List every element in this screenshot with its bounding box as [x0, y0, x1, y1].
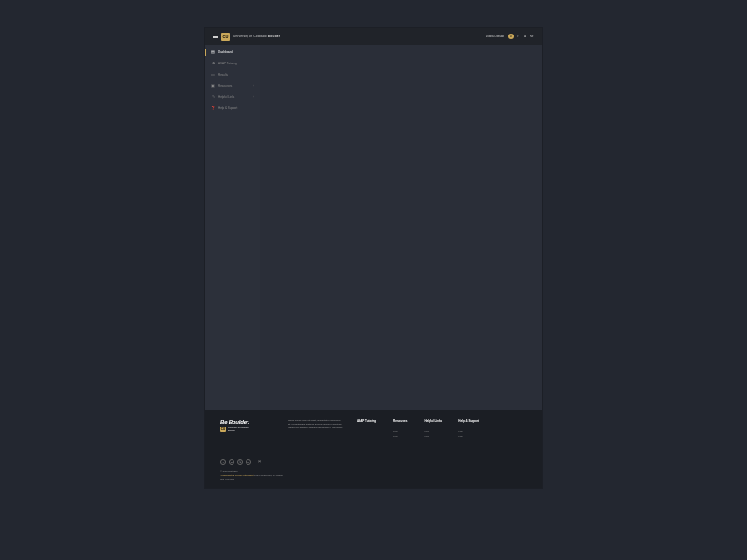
- notification-icon[interactable]: ●: [523, 35, 527, 38]
- social-facebook-icon[interactable]: f: [220, 459, 226, 465]
- app-header: CU University of Colorado Boulder Diana …: [205, 28, 542, 45]
- user-menu-caret-icon[interactable]: ▾: [517, 35, 519, 38]
- footer-logo-line2: Boulder: [228, 429, 249, 432]
- footer-cu-logo-icon: CU: [220, 427, 226, 432]
- footer-link[interactable]: Link: [458, 430, 479, 433]
- sidebar-item-icon: ▣: [211, 84, 215, 88]
- sidebar-item-asap-tutoring[interactable]: ✿ASAP Tutoring: [205, 58, 260, 69]
- phone-text: 303-492-6611: [220, 478, 234, 481]
- header-title-a: University of Colorado: [233, 35, 268, 38]
- footer-logo-subtitle: University of Colorado Boulder: [228, 427, 249, 431]
- sidebar-item-icon: ❓: [211, 106, 215, 110]
- footer-link[interactable]: Link: [393, 435, 407, 438]
- footer-link[interactable]: Link: [393, 430, 407, 433]
- sidebar-item-label: Resources: [218, 84, 232, 88]
- sidebar-item-label: Results: [218, 73, 228, 77]
- footer-link[interactable]: Link: [458, 435, 479, 438]
- footer-link[interactable]: Link: [424, 430, 442, 433]
- footer-link[interactable]: Link: [424, 440, 442, 442]
- footer-column-heading: Resources: [393, 419, 407, 423]
- footer-brand: Be Boulder. CU University of Colorado Bo…: [220, 419, 275, 442]
- user-name-label: Diana Donado: [486, 35, 504, 38]
- sidebar-item-label: Help & Support: [218, 106, 237, 110]
- footer-column: ASAP TutoringLink: [357, 419, 376, 442]
- footer-link[interactable]: Link: [424, 426, 442, 428]
- cu-logo-icon: CU: [221, 33, 230, 41]
- sidebar-item-icon: ▭: [211, 73, 215, 77]
- sidebar-item-icon: ▤: [211, 50, 215, 54]
- be-boulder-text: Be Boulder.: [220, 419, 275, 425]
- sidebar-nav: ▤Dashboard✿ASAP Tutoring▭Results▣Resourc…: [205, 45, 260, 410]
- footer-column: ResourcesLinkLinkLinkLink: [393, 419, 407, 442]
- social-linkedin-icon[interactable]: in: [229, 459, 234, 465]
- header-right: Diana Donado D ▾ ● ⚙: [486, 34, 534, 39]
- accessibility-link[interactable]: Accessibility & Privacy Statement: [220, 474, 253, 477]
- settings-gear-icon[interactable]: ⚙: [530, 35, 534, 38]
- address-text: 135 UCB Boulder, CO 80309: [253, 474, 283, 477]
- sidebar-item-results[interactable]: ▭Results: [205, 69, 260, 80]
- footer-column: Helpful LinksLinkLinkLinkLink: [424, 419, 442, 442]
- social-gplus-icon[interactable]: g: [246, 459, 251, 465]
- social-twitter-icon[interactable]: 𝕏: [237, 459, 243, 465]
- footer-link[interactable]: Link: [357, 426, 376, 428]
- sidebar-item-label: Helpful Links: [218, 95, 234, 99]
- sidebar-item-icon: ✿: [211, 62, 215, 65]
- footer-column-heading: ASAP Tutoring: [357, 419, 376, 423]
- header-left: CU University of Colorado Boulder: [213, 33, 280, 41]
- header-title: University of Colorado Boulder: [233, 35, 280, 38]
- footer-link[interactable]: Link: [458, 426, 479, 428]
- sidebar-item-helpful-links[interactable]: ✎Helpful Links›: [205, 91, 260, 103]
- footer-link[interactable]: Link: [393, 426, 407, 428]
- chevron-right-icon: ›: [253, 84, 254, 88]
- user-avatar[interactable]: D: [508, 34, 514, 39]
- sidebar-item-label: Dashboard: [218, 50, 233, 54]
- sidebar-item-resources[interactable]: ▣Resources›: [205, 80, 260, 91]
- chevron-right-icon: ›: [253, 95, 254, 99]
- hamburger-menu-icon[interactable]: [213, 35, 218, 38]
- copyright-text: © Copyright 2019: [220, 470, 238, 473]
- footer-column-heading: Help & Support: [458, 419, 479, 423]
- header-title-b: Boulder: [268, 35, 280, 38]
- footer-link-columns: ASAP TutoringLinkResourcesLinkLinkLinkLi…: [357, 419, 479, 442]
- sidebar-item-dashboard[interactable]: ▤Dashboard: [205, 47, 260, 58]
- footer-description: Lorem ipsum dolor sit amet, consectetur …: [288, 419, 344, 442]
- footer-link[interactable]: Link: [424, 435, 442, 438]
- footer-legal: © Copyright 2019 Accessibility & Privacy…: [220, 470, 527, 481]
- body-layout: ▤Dashboard✿ASAP Tutoring▭Results▣Resourc…: [205, 45, 542, 410]
- sidebar-item-icon: ✎: [211, 95, 215, 99]
- footer: Be Boulder. CU University of Colorado Bo…: [205, 410, 542, 488]
- social-mail-icon[interactable]: ✉: [258, 460, 261, 464]
- footer-column-heading: Helpful Links: [424, 419, 442, 423]
- footer-social-row: f in 𝕏 g ✉: [220, 459, 527, 465]
- footer-column: Help & SupportLinkLinkLink: [458, 419, 479, 442]
- sidebar-item-help-support[interactable]: ❓Help & Support: [205, 103, 260, 114]
- footer-logo-row: CU University of Colorado Boulder: [220, 427, 275, 432]
- footer-top-row: Be Boulder. CU University of Colorado Bo…: [220, 419, 527, 442]
- main-content: [260, 45, 542, 410]
- footer-link[interactable]: Link: [393, 440, 407, 442]
- sidebar-item-label: ASAP Tutoring: [218, 62, 237, 65]
